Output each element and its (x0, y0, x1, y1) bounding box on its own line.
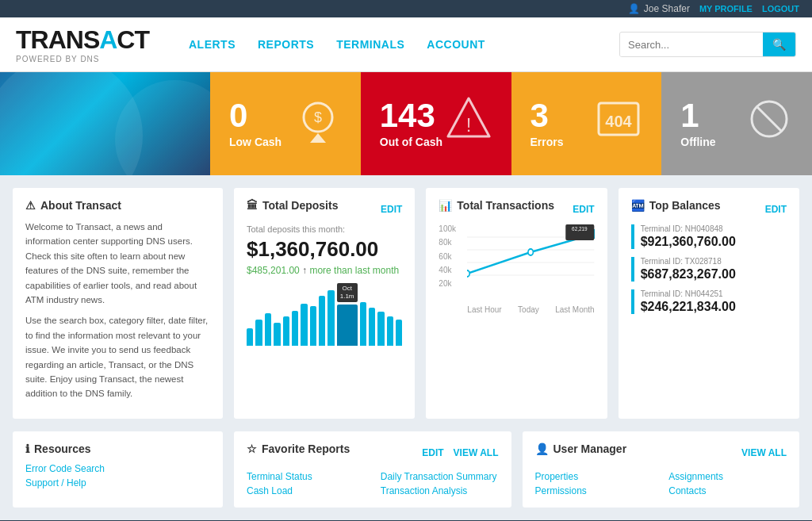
user-contacts-link[interactable]: Contacts (668, 485, 787, 496)
nav-terminals[interactable]: TERMINALS (336, 38, 404, 51)
favorites-grid: Terminal Status Daily Transaction Summar… (247, 471, 499, 496)
user-manager-view-all[interactable]: VIEW ALL (741, 447, 787, 458)
bar-wrap-10: Oct 1.1m (337, 283, 358, 346)
username: Joe Shafer (644, 3, 690, 14)
out-of-cash-value: 143 (380, 99, 442, 132)
balance-amount-3: $246,221,834.00 (641, 300, 787, 314)
about-p1: Welcome to Transact, a news and informat… (25, 220, 210, 307)
logo-powered: POWERED BY DNS (16, 55, 149, 63)
balance-item-3: Terminal ID: NH044251 $246,221,834.00 (631, 289, 787, 314)
bar-wrap-5 (292, 311, 298, 346)
user-permissions-link[interactable]: Permissions (535, 485, 653, 496)
balances-edit[interactable]: EDIT (765, 204, 787, 215)
user-manager-header: 👤 User Manager VIEW ALL (535, 442, 787, 463)
deposits-title: 🏛 Total Deposits (247, 199, 338, 212)
user-manager-grid: Properties Assignments Permissions Conta… (535, 471, 787, 496)
fav-link-transaction-analysis[interactable]: Transaction Analysis (381, 485, 499, 496)
about-card: ⚠ About Transact Welcome to Transact, a … (13, 188, 223, 419)
transactions-title: 📊 Total Transactions (439, 199, 554, 212)
bar-wrap-15 (396, 320, 402, 346)
nav-account[interactable]: ACCOUNT (427, 38, 485, 51)
balances-icon: 🏧 (631, 199, 645, 212)
balances-title: 🏧 Top Balances (631, 199, 721, 212)
balance-item-1: Terminal ID: NH040848 $921,360,760.00 (631, 224, 787, 249)
header: TRANSACT POWERED BY DNS ALERTS REPORTS T… (0, 17, 812, 72)
errors-value: 3 (530, 99, 564, 132)
svg-text:$: $ (314, 109, 322, 125)
nav-alerts[interactable]: ALERTS (189, 38, 236, 51)
transactions-icon: 📊 (439, 199, 452, 212)
fav-link-cash-load[interactable]: Cash Load (247, 485, 365, 496)
favorites-title: ☆ Favorite Reports (247, 442, 350, 455)
bar-12 (369, 308, 375, 346)
svg-text:62,219: 62,219 (572, 224, 588, 232)
favorites-card: ☆ Favorite Reports EDIT VIEW ALL Termina… (234, 431, 511, 508)
stat-errors[interactable]: 3 Errors 404 (511, 72, 662, 175)
chart-area: 62,219 (467, 224, 594, 304)
hero-banner: 0 Low Cash $ 143 Out of Cash ! 3 Errors (0, 72, 812, 175)
error-code-search-link[interactable]: Error Code Search (25, 463, 210, 474)
fav-link-terminal-status[interactable]: Terminal Status (247, 471, 365, 482)
user-properties-link[interactable]: Properties (535, 471, 653, 482)
bar-2 (265, 313, 271, 346)
balance-terminal-3: Terminal ID: NH044251 (641, 289, 787, 298)
warning-icon: ⚠ (25, 199, 36, 212)
deposits-icon: 🏛 (247, 199, 258, 212)
search-button[interactable]: 🔍 (763, 33, 795, 56)
bar-wrap-14 (387, 316, 393, 346)
bar-6 (301, 304, 307, 346)
main-content: ⚠ About Transact Welcome to Transact, a … (0, 175, 812, 431)
stat-offline[interactable]: 1 Offline (661, 72, 812, 175)
dashboard-cards: 🏛 Total Deposits EDIT Total deposits thi… (234, 188, 799, 419)
deposits-delta: $485,201.00 ↑ more than last month (247, 265, 402, 276)
bar-wrap-3 (274, 323, 280, 346)
stat-out-of-cash[interactable]: 143 Out of Cash ! (361, 72, 511, 175)
errors-label: Errors (530, 136, 564, 148)
transactions-header: 📊 Total Transactions EDIT (439, 199, 594, 220)
low-cash-value: 0 (229, 99, 282, 132)
deposits-amount: $1,360,760.00 (247, 237, 402, 262)
transactions-edit[interactable]: EDIT (573, 204, 594, 215)
deposits-edit[interactable]: EDIT (381, 204, 402, 215)
user-assignments-link[interactable]: Assignments (668, 471, 787, 482)
logo-brand: TRANSACT (16, 25, 149, 55)
user-manager-icon: 👤 (535, 442, 549, 455)
bar-1 (255, 320, 262, 346)
search-box: 🔍 (619, 32, 796, 57)
favorites-edit[interactable]: EDIT (422, 447, 443, 458)
balance-item-2: Terminal ID: TX028718 $687,823,267.00 (631, 257, 787, 282)
fav-link-daily-transaction[interactable]: Daily Transaction Summary (381, 471, 499, 482)
logout-link[interactable]: LOGOUT (762, 4, 799, 13)
offline-value: 1 (680, 99, 715, 132)
nav-reports[interactable]: REPORTS (258, 38, 314, 51)
bar-13 (377, 312, 384, 346)
stat-low-cash[interactable]: 0 Low Cash $ (210, 72, 361, 175)
user-icon: 👤 (628, 3, 640, 14)
logo: TRANSACT POWERED BY DNS (16, 25, 149, 63)
bar-tooltip: Oct 1.1m (337, 283, 358, 303)
user-manager-card: 👤 User Manager VIEW ALL Properties Assig… (523, 431, 800, 508)
resources-card: ℹ Resources Error Code Search Support / … (13, 431, 223, 508)
bar-wrap-0 (247, 328, 253, 346)
total-transactions-card: 📊 Total Transactions EDIT 100k 80k 60k 4… (426, 188, 607, 419)
resources-title: ℹ Resources (25, 442, 210, 455)
bar-11 (360, 302, 366, 346)
hero-image (0, 72, 210, 175)
support-help-link[interactable]: Support / Help (25, 477, 210, 488)
favorites-view-all[interactable]: VIEW ALL (454, 447, 499, 458)
balances-header: 🏧 Top Balances EDIT (631, 199, 787, 220)
bar-8 (319, 296, 325, 346)
bar-wrap-13 (377, 312, 384, 346)
top-balances-card: 🏧 Top Balances EDIT Terminal ID: NH04084… (619, 188, 799, 419)
bar-3 (274, 323, 280, 346)
my-profile-link[interactable]: MY PROFILE (699, 4, 753, 13)
search-input[interactable] (620, 33, 763, 56)
bar-10 (337, 305, 358, 346)
bar-wrap-12 (369, 308, 375, 346)
svg-text:!: ! (465, 114, 471, 136)
user-manager-title: 👤 User Manager (535, 442, 627, 455)
errors-icon: 404 (595, 95, 642, 152)
about-p2: Use the search box, category filter, dat… (25, 313, 210, 400)
line-chart: 100k 80k 60k 40k 20k (439, 224, 594, 304)
bar-9 (327, 290, 334, 346)
